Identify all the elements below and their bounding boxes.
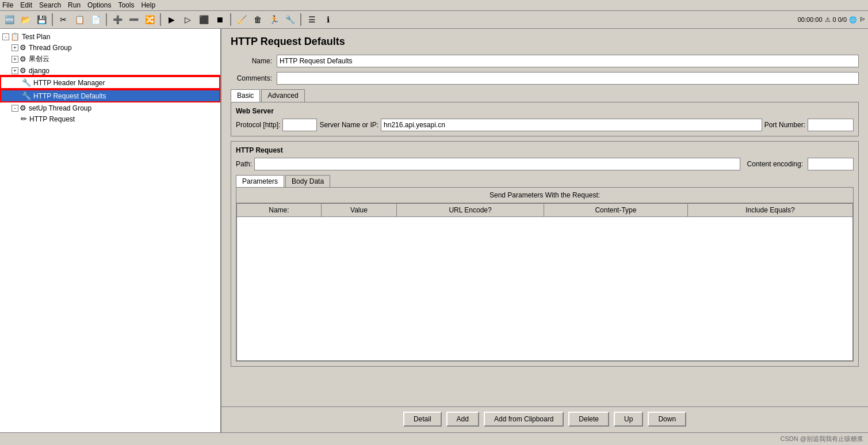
- path-input[interactable]: [254, 158, 740, 170]
- tree-label-http-request: HTTP Request: [29, 115, 75, 123]
- tab-parameters[interactable]: Parameters: [236, 175, 284, 187]
- toggle-thread-group[interactable]: +: [12, 44, 18, 51]
- tree-item-http-request[interactable]: ✏ HTTP Request: [0, 113, 220, 124]
- server-label: Server Name or IP:: [319, 121, 378, 129]
- menu-tools[interactable]: Tools: [118, 1, 134, 9]
- info-button[interactable]: ℹ: [321, 13, 335, 26]
- guochuangyun-icon: ⚙: [20, 55, 26, 63]
- protocol-label: Protocol [http]:: [236, 121, 280, 129]
- tree-label-http-header-manager: HTTP Header Manager: [33, 79, 105, 87]
- menu-run[interactable]: Run: [68, 1, 81, 9]
- add-from-clipboard-button[interactable]: Add from Clipboard: [484, 412, 564, 427]
- tree-item-test-plan[interactable]: - 📋 Test Plan: [0, 31, 220, 42]
- down-button[interactable]: Down: [648, 412, 686, 427]
- toggle-test-plan[interactable]: -: [2, 33, 9, 40]
- thread-group-icon: ⚙: [20, 43, 26, 52]
- path-row: Path: Content encoding:: [236, 158, 854, 170]
- col-url-encode: URL Encode?: [397, 204, 544, 217]
- cut-button[interactable]: ✂: [56, 13, 70, 26]
- toolbar: 🆕 📂 💾 ✂ 📋 📄 ➕ ➖ 🔀 ▶ ▷ ⬛ ⏹ 🧹 🗑 🏃 🔧 ☰ ℹ 00…: [0, 11, 868, 29]
- django-icon: ⚙: [20, 66, 26, 75]
- clear-button[interactable]: 🧹: [235, 13, 248, 26]
- form-area: HTTP Request Defaults Name: Comments: Ba…: [221, 29, 868, 378]
- sep5: [300, 13, 301, 26]
- sep4: [230, 13, 231, 26]
- tab-body-data[interactable]: Body Data: [285, 175, 330, 187]
- tree-item-guochuangyun[interactable]: + ⚙ 果创云: [0, 53, 220, 65]
- start-button[interactable]: ▶: [165, 13, 178, 26]
- protocol-input[interactable]: [282, 119, 317, 131]
- tree-item-setup-thread-group[interactable]: - ⚙ setUp Thread Group: [0, 102, 220, 113]
- comments-row: Comments:: [231, 72, 859, 85]
- copy-button[interactable]: 📋: [72, 13, 86, 26]
- globe-icon: 🌐: [849, 16, 857, 24]
- tree-label-thread-group: Thread Group: [29, 44, 72, 52]
- content-panel: HTTP Request Defaults Name: Comments: Ba…: [221, 29, 868, 444]
- path-label: Path:: [236, 160, 252, 168]
- menu-edit[interactable]: Edit: [20, 1, 32, 9]
- indent-button[interactable]: ☰: [305, 13, 319, 26]
- params-table: Name: Value URL Encode? Content-Type Inc…: [236, 203, 853, 361]
- error-count: 0 0/0: [833, 16, 847, 23]
- add-button[interactable]: Add: [446, 412, 479, 427]
- sep3: [160, 13, 161, 26]
- tab-advanced[interactable]: Advanced: [261, 89, 304, 102]
- encoding-input[interactable]: [808, 158, 854, 170]
- paste-button[interactable]: 📄: [89, 13, 102, 26]
- expand-button[interactable]: ➕: [110, 13, 124, 26]
- port-input[interactable]: [808, 119, 854, 131]
- tree-label-http-request-defaults: HTTP Request Defaults: [33, 92, 106, 100]
- collapse-button[interactable]: ➖: [127, 13, 140, 26]
- start-no-pause[interactable]: ▷: [181, 13, 194, 26]
- encoding-label: Content encoding:: [747, 160, 803, 168]
- setup-icon: ⚙: [20, 104, 26, 112]
- save-button[interactable]: 💾: [35, 13, 48, 26]
- clear-all-button[interactable]: 🗑: [251, 13, 265, 26]
- stop-button[interactable]: ⬛: [197, 13, 211, 26]
- tree-label-guochuangyun: 果创云: [29, 54, 49, 64]
- menu-help[interactable]: Help: [141, 1, 155, 9]
- http-request-title: HTTP Request: [236, 146, 854, 154]
- detail-button[interactable]: Detail: [403, 412, 442, 427]
- http-request-icon: ✏: [21, 115, 27, 123]
- inner-tab-bar: Parameters Body Data: [236, 175, 854, 187]
- stop-now-button[interactable]: ⏹: [213, 13, 227, 26]
- http-header-icon: 🔧: [22, 78, 31, 87]
- server-input[interactable]: [381, 119, 762, 131]
- menu-search[interactable]: Search: [39, 1, 61, 9]
- port-label: Port Number:: [764, 121, 805, 129]
- running-tests[interactable]: 🏃: [267, 13, 281, 26]
- params-container: Send Parameters With the Request: Name: …: [236, 187, 854, 362]
- params-table-header: Name: Value URL Encode? Content-Type Inc…: [237, 204, 853, 217]
- toggle-button[interactable]: 🔀: [143, 13, 156, 26]
- toggle-setup-thread-group[interactable]: -: [12, 105, 18, 112]
- tab-basic[interactable]: Basic: [231, 89, 260, 102]
- tree-item-django[interactable]: + ⚙ django: [0, 65, 220, 76]
- toggle-django[interactable]: +: [12, 67, 18, 74]
- name-input[interactable]: [277, 55, 859, 67]
- empty-row: [237, 217, 853, 361]
- tree-item-http-header-manager[interactable]: 🔧 HTTP Header Manager: [0, 76, 220, 89]
- tree-item-http-request-defaults[interactable]: 🔧 HTTP Request Defaults: [0, 89, 220, 102]
- toggle-guochuangyun[interactable]: +: [12, 56, 18, 63]
- statusbar-text: CSDN @别追我我有止咳糖浆: [781, 435, 863, 443]
- function-helper[interactable]: 🔧: [283, 13, 297, 26]
- statusbar: CSDN @别追我我有止咳糖浆: [0, 432, 868, 445]
- comments-input[interactable]: [277, 72, 859, 85]
- name-row: Name:: [231, 55, 859, 67]
- new-button[interactable]: 🆕: [2, 13, 16, 26]
- tree-item-thread-group[interactable]: + ⚙ Thread Group: [0, 42, 220, 53]
- sep1: [52, 13, 53, 26]
- delete-button[interactable]: Delete: [568, 412, 609, 427]
- menu-file[interactable]: File: [2, 1, 13, 9]
- col-name: Name:: [237, 204, 322, 217]
- menubar: File Edit Search Run Options Tools Help: [0, 0, 868, 11]
- menu-options[interactable]: Options: [87, 1, 111, 9]
- inner-tab-area: Parameters Body Data Send Parameters Wit…: [236, 175, 854, 362]
- up-button[interactable]: Up: [614, 412, 643, 427]
- main-area: - 📋 Test Plan + ⚙ Thread Group + ⚙ 果创云 +…: [0, 29, 868, 444]
- web-server-row: Protocol [http]: Server Name or IP: Port…: [236, 119, 854, 131]
- open-button[interactable]: 📂: [18, 13, 32, 26]
- comments-label: Comments:: [231, 74, 277, 82]
- warning-icon: ⚠: [825, 16, 831, 24]
